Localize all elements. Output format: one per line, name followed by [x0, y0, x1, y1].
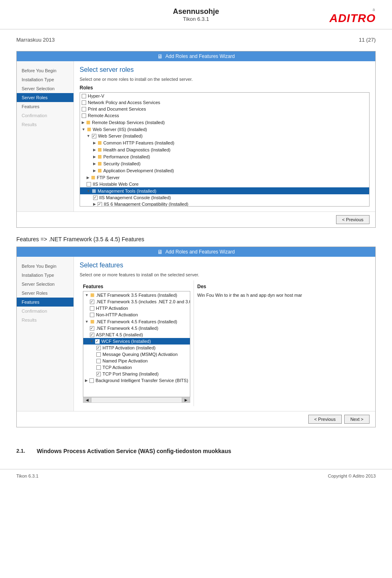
list-item[interactable]: ▶ ▦ Application Development (Installed) — [80, 167, 369, 174]
checkbox-icon[interactable] — [89, 378, 94, 383]
checkbox-icon[interactable] — [95, 339, 100, 344]
checkbox-icon[interactable] — [90, 313, 94, 317]
expand-icon[interactable]: ▼ — [87, 189, 90, 193]
expand-icon[interactable]: ▶ — [93, 162, 96, 166]
h-scrollbar[interactable]: ◀ ▶ — [83, 397, 190, 403]
wizard2-section-title: Select features — [80, 262, 370, 269]
expand-icon[interactable]: ▶ — [93, 148, 96, 152]
expand-icon[interactable]: ▶ — [87, 176, 89, 180]
checkbox-icon[interactable] — [90, 326, 94, 331]
list-item[interactable]: ▶ ▦ Common HTTP Features (Installed) — [80, 139, 369, 146]
role-label: FTP Server — [97, 175, 120, 180]
wizard2-titlebar-label: Add Roles and Features Wizard — [165, 249, 235, 255]
expand-icon[interactable]: ▼ — [82, 127, 85, 131]
checkbox-icon[interactable] — [82, 100, 86, 105]
list-item[interactable]: Named Pipe Activation — [83, 358, 190, 364]
expand-icon[interactable]: ▼ — [85, 293, 89, 297]
expand-icon[interactable]: ▶ — [82, 120, 85, 124]
feature-label: .NET Framework 3.5 (includes .NET 2.0 an… — [96, 299, 190, 304]
scroll-right-btn[interactable]: ▶ — [182, 398, 190, 402]
checkbox-icon[interactable] — [96, 359, 101, 363]
sidebar-item-before-you-begin[interactable]: Before You Begin — [17, 66, 74, 75]
list-item[interactable]: Network Policy and Access Services — [80, 99, 369, 106]
list-item[interactable]: TCP Activation — [83, 364, 190, 371]
sidebar2-item-features[interactable]: Features — [17, 298, 74, 307]
folder-icon: ▦ — [86, 120, 90, 125]
checkbox-icon[interactable] — [93, 196, 98, 200]
list-item[interactable]: ▶ ▦ FTP Server — [80, 174, 369, 181]
list-item[interactable]: HTTP Activation — [83, 305, 190, 311]
checkbox-icon[interactable] — [82, 107, 86, 111]
list-item[interactable]: IIS Hostable Web Core — [80, 181, 369, 187]
sidebar-item-installation-type[interactable]: Installation Type — [17, 75, 74, 84]
expand-icon[interactable]: ▶ — [93, 169, 96, 173]
list-item[interactable]: ▼ Web Server (Installed) — [80, 133, 369, 139]
prev-button[interactable]: < Previous — [336, 215, 370, 224]
folder-icon: ▦ — [98, 168, 102, 173]
expand-icon[interactable]: ▶ — [93, 141, 96, 145]
list-item[interactable]: Remote Access — [80, 112, 369, 119]
feature-label: HTTP Activation — [96, 306, 128, 311]
checkbox-icon[interactable] — [82, 113, 86, 118]
checkbox-icon[interactable] — [90, 300, 94, 304]
list-item-selected[interactable]: ▼ ▦ Management Tools (Installed) — [80, 187, 369, 194]
list-item[interactable]: Message Queuing (MSMQ) Activation — [83, 351, 190, 358]
list-item[interactable]: ▼ ▦ .NET Framework 4.5 Features (Install… — [83, 318, 190, 325]
sidebar2-item-before-you-begin[interactable]: Before You Begin — [17, 262, 74, 271]
sidebar2-item-server-selection[interactable]: Server Selection — [17, 280, 74, 289]
checkbox-icon[interactable] — [92, 134, 96, 138]
expand-icon[interactable]: ▼ — [87, 134, 90, 138]
list-item[interactable]: TCP Port Sharing (Installed) — [83, 371, 190, 377]
checkbox-icon[interactable] — [90, 333, 94, 337]
list-item[interactable]: .NET Framework 4.5 (Installed) — [83, 325, 190, 331]
list-item[interactable]: ▶ ▦ Remote Desktop Services (Installed) — [80, 119, 369, 126]
list-item[interactable]: ▼ ▦ Web Server (IIS) (Installed) — [80, 126, 369, 133]
scroll-left-btn[interactable]: ◀ — [83, 398, 91, 402]
sidebar2-item-installation-type[interactable]: Installation Type — [17, 271, 74, 280]
checkbox-icon[interactable] — [96, 346, 101, 350]
folder-icon: ▦ — [98, 154, 102, 159]
list-item[interactable]: ASP.NET 4.5 (Installed) — [83, 331, 190, 338]
wizard2-sidebar: Before You Begin Installation Type Serve… — [17, 257, 74, 411]
list-item[interactable]: Print and Document Services — [80, 106, 369, 112]
sidebar-item-server-selection[interactable]: Server Selection — [17, 84, 74, 93]
role-label: IIS Management Console (Installed) — [99, 195, 171, 200]
features-list-panel: Features ▼ ▦ .NET Framework 3.5 Features… — [80, 280, 194, 406]
list-item[interactable]: ▶ IIS 6 Management Compatibility (Instal… — [80, 201, 369, 207]
wizard2-window: 🖥 Add Roles and Features Wizard Before Y… — [16, 247, 376, 427]
folder-icon: ▦ — [90, 319, 94, 324]
sidebar-item-server-roles[interactable]: Server Roles — [17, 93, 74, 102]
list-item[interactable]: .NET Framework 3.5 (includes .NET 2.0 an… — [83, 298, 190, 305]
checkbox-icon[interactable] — [90, 306, 94, 311]
list-item[interactable]: Non-HTTP Activation — [83, 311, 190, 318]
checkbox-icon[interactable] — [96, 365, 101, 370]
expand-icon[interactable]: ▼ — [85, 320, 89, 324]
checkbox-icon[interactable] — [82, 94, 86, 98]
roles-box[interactable]: Hyper-V Network Policy and Access Servic… — [80, 92, 370, 207]
list-item[interactable]: ▶ ▦ Performance (Installed) — [80, 153, 369, 160]
features-box[interactable]: ▼ ▦ .NET Framework 3.5 Features (Install… — [83, 291, 190, 397]
wizard2-prev-button[interactable]: < Previous — [308, 415, 342, 424]
expand-icon[interactable]: ▶ — [93, 202, 96, 206]
list-item[interactable]: ▶ ▦ Health and Diagnostics (Installed) — [80, 146, 369, 153]
list-item[interactable]: Hyper-V — [80, 93, 369, 99]
section-label: Features => .NET Framework (3.5 & 4.5) F… — [16, 236, 376, 242]
sidebar2-item-server-roles[interactable]: Server Roles — [17, 289, 74, 298]
checkbox-icon[interactable] — [96, 372, 101, 376]
sidebar-item-features[interactable]: Features — [17, 102, 74, 111]
list-item-selected[interactable]: ▼ WCF Services (Installed) — [83, 338, 190, 345]
expand-icon[interactable]: ▶ — [85, 378, 88, 382]
list-item[interactable]: HTTP Activation (Installed) — [83, 345, 190, 351]
wizard2-next-button[interactable]: Next > — [344, 415, 370, 424]
sidebar-item-results: Results — [17, 120, 74, 129]
expand-icon[interactable]: ▼ — [90, 339, 94, 343]
checkbox-icon[interactable] — [96, 352, 101, 357]
checkbox-icon[interactable] — [87, 182, 91, 187]
bottom-section: 2.1. Windows Process Activation Service … — [0, 444, 392, 461]
list-item[interactable]: ▼ ▦ .NET Framework 3.5 Features (Install… — [83, 291, 190, 298]
list-item[interactable]: IIS Management Console (Installed) — [80, 194, 369, 201]
checkbox-icon[interactable] — [98, 202, 102, 207]
list-item[interactable]: ▶ Background Intelligent Transfer Servic… — [83, 377, 190, 384]
expand-icon[interactable]: ▶ — [93, 155, 96, 159]
list-item[interactable]: ▶ ▦ Security (Installed) — [80, 160, 369, 167]
